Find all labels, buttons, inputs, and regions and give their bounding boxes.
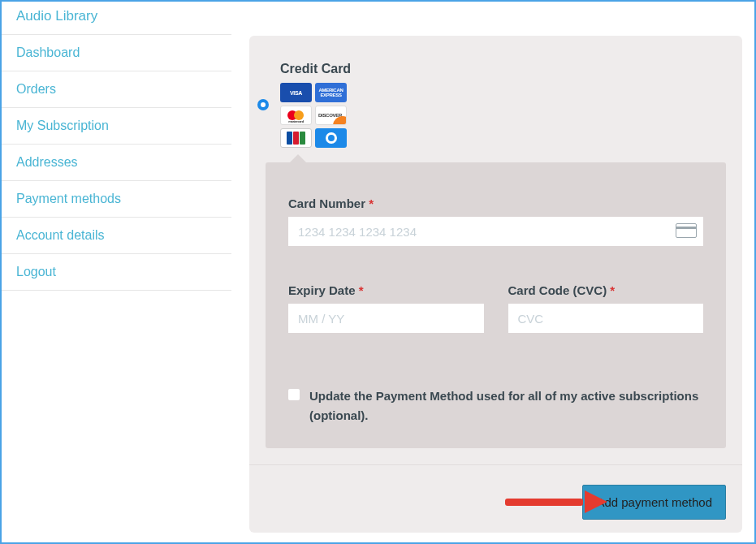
expiry-input[interactable] — [288, 304, 484, 333]
method-title: Credit Card — [280, 62, 351, 76]
radio-dot-icon — [261, 102, 266, 107]
sidebar: Audio Library Dashboard Orders My Subscr… — [2, 2, 231, 542]
sidebar-item-subscription[interactable]: My Subscription — [2, 108, 231, 145]
amex-icon: AMERICAN EXPRESS — [315, 83, 347, 102]
update-subscriptions-label: Update the Payment Method used for all o… — [309, 386, 703, 425]
card-number-label: Card Number * — [288, 196, 703, 210]
expiry-label: Expiry Date * — [288, 283, 484, 297]
payment-method-option[interactable]: Credit Card VISA AMERICAN EXPRESS master… — [249, 62, 742, 148]
card-logos: VISA AMERICAN EXPRESS mastercard DISCOVE… — [280, 83, 351, 148]
card-number-input[interactable] — [288, 217, 703, 246]
form-footer: Add payment method — [249, 464, 742, 533]
sidebar-item-account-details[interactable]: Account details — [2, 218, 231, 254]
sidebar-item-payment-methods[interactable]: Payment methods — [2, 181, 231, 218]
sidebar-item-addresses[interactable]: Addresses — [2, 145, 231, 181]
card-outline-icon — [676, 223, 697, 238]
cvc-label: Card Code (CVC) * — [508, 283, 704, 297]
payment-panel: Credit Card VISA AMERICAN EXPRESS master… — [249, 36, 742, 533]
mastercard-icon: mastercard — [280, 106, 312, 125]
discover-icon: DISCOVER — [315, 106, 347, 125]
card-form: Card Number * Expiry Date * Card Code (C… — [266, 162, 726, 448]
jcb-icon — [280, 128, 312, 148]
required-mark: * — [359, 283, 364, 297]
visa-icon: VISA — [280, 83, 312, 102]
required-mark: * — [369, 196, 374, 210]
sidebar-item-dashboard[interactable]: Dashboard — [2, 35, 231, 71]
sidebar-title[interactable]: Audio Library — [2, 8, 231, 35]
diners-icon — [315, 128, 347, 148]
cvc-input[interactable] — [508, 304, 704, 333]
required-mark: * — [610, 283, 615, 297]
update-subscriptions-checkbox[interactable] — [288, 389, 300, 400]
sidebar-item-logout[interactable]: Logout — [2, 254, 231, 291]
radio-credit-card[interactable] — [257, 99, 269, 110]
sidebar-item-orders[interactable]: Orders — [2, 71, 231, 108]
main-content: Credit Card VISA AMERICAN EXPRESS master… — [231, 2, 754, 542]
annotation-arrow-icon — [505, 491, 607, 511]
